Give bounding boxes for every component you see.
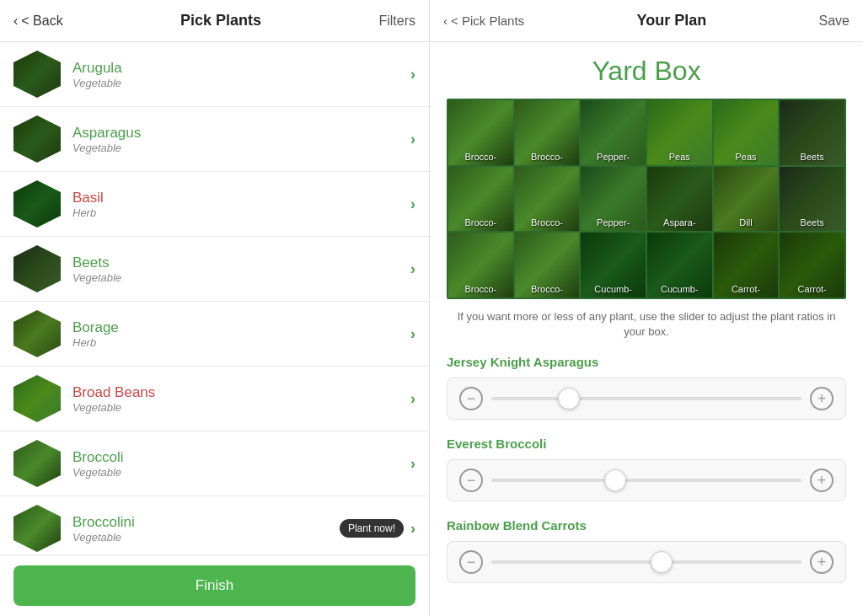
plant-category: Vegetable bbox=[72, 271, 410, 284]
garden-cell-label: Pepper- bbox=[597, 217, 630, 228]
finish-bar: Finish bbox=[0, 554, 429, 616]
back-label: < Back bbox=[21, 13, 62, 29]
right-title: Your Plan bbox=[636, 12, 706, 29]
plant-name: Beets bbox=[72, 254, 410, 271]
left-title: Pick Plants bbox=[180, 12, 261, 29]
plant-category: Herb bbox=[72, 206, 410, 219]
chevron-right-icon: › bbox=[410, 260, 415, 278]
slider-section: Rainbow Blend Carrots − + bbox=[447, 518, 846, 583]
list-item[interactable]: Borage Herb › bbox=[0, 302, 429, 367]
minus-icon[interactable]: − bbox=[459, 469, 483, 492]
plant-info: Asparagus Vegetable bbox=[72, 125, 410, 154]
plant-name: Arugula bbox=[72, 60, 410, 77]
plant-category: Vegetable bbox=[72, 401, 410, 414]
pick-plants-back-button[interactable]: ‹ < Pick Plants bbox=[443, 13, 524, 28]
plant-info: Broccoli Vegetable bbox=[72, 449, 410, 479]
garden-cell-label: Dill bbox=[739, 217, 752, 228]
right-header: ‹ < Pick Plants Your Plan Save bbox=[430, 0, 863, 42]
slider-section: Everest Broccoli − + bbox=[447, 437, 846, 501]
plant-name: Asparagus bbox=[72, 125, 410, 142]
plant-thumb bbox=[13, 375, 61, 422]
garden-cell: Peas bbox=[647, 100, 712, 165]
garden-cell-label: Brocco- bbox=[464, 217, 496, 228]
plant-info: Arugula Vegetable bbox=[72, 60, 410, 89]
garden-cell: Peas bbox=[714, 100, 779, 165]
garden-grid-container: Brocco-Brocco-Pepper-PeasPeasBeetsBrocco… bbox=[447, 99, 846, 299]
garden-cell: Brocco- bbox=[515, 233, 580, 297]
chevron-right-icon: › bbox=[410, 520, 415, 538]
slider-label: Everest Broccoli bbox=[447, 437, 846, 451]
garden-cell: Brocco- bbox=[448, 100, 513, 165]
garden-cell-label: Aspara- bbox=[663, 217, 696, 228]
filters-button[interactable]: Filters bbox=[378, 13, 415, 29]
garden-cell: Cucumb- bbox=[581, 233, 646, 297]
garden-cell: Carrot- bbox=[714, 233, 779, 297]
slider-thumb[interactable] bbox=[558, 388, 580, 410]
plant-thumb bbox=[13, 51, 61, 98]
plant-info: Beets Vegetable bbox=[72, 254, 410, 284]
list-item[interactable]: Basil Herb › bbox=[0, 172, 429, 237]
chevron-right-icon: › bbox=[410, 131, 415, 148]
back-chevron-icon: ‹ bbox=[443, 13, 448, 28]
plant-list: Arugula Vegetable › Asparagus Vegetable … bbox=[0, 42, 429, 554]
plus-icon[interactable]: + bbox=[810, 469, 834, 492]
save-button[interactable]: Save bbox=[819, 13, 850, 29]
chevron-right-icon: › bbox=[410, 66, 415, 83]
list-item[interactable]: Broccolini Vegetable Plant now! › bbox=[0, 496, 429, 554]
plant-info: Basil Herb bbox=[72, 190, 410, 219]
garden-cell-label: Carrot- bbox=[798, 284, 827, 294]
slider-thumb[interactable] bbox=[651, 551, 673, 573]
slider-row: − + bbox=[447, 541, 846, 583]
list-item[interactable]: Beets Vegetable › bbox=[0, 237, 429, 302]
plant-thumb bbox=[13, 245, 61, 292]
minus-icon[interactable]: − bbox=[459, 550, 483, 574]
chevron-right-icon: › bbox=[410, 325, 415, 343]
garden-cell-label: Cucumb- bbox=[594, 284, 632, 294]
plus-icon[interactable]: + bbox=[810, 550, 834, 574]
yard-box-title: Yard Box bbox=[447, 56, 846, 87]
garden-cell-label: Beets bbox=[801, 152, 824, 162]
garden-cell-label: Brocco- bbox=[531, 152, 563, 162]
garden-cell: Carrot- bbox=[780, 233, 844, 297]
back-chevron-icon: ‹ bbox=[13, 13, 18, 29]
list-item[interactable]: Asparagus Vegetable › bbox=[0, 107, 429, 172]
slider-row: − + bbox=[447, 378, 846, 420]
finish-button[interactable]: Finish bbox=[13, 565, 415, 606]
slider-track[interactable] bbox=[491, 397, 801, 400]
garden-cell-label: Peas bbox=[735, 152, 756, 162]
garden-cell-label: Peas bbox=[669, 152, 690, 162]
garden-cell: Beets bbox=[780, 167, 844, 232]
garden-cell: Cucumb- bbox=[647, 233, 712, 297]
chevron-right-icon: › bbox=[410, 196, 415, 213]
garden-cell: Pepper- bbox=[581, 167, 646, 232]
plant-category: Vegetable bbox=[72, 531, 340, 544]
plant-category: Vegetable bbox=[72, 77, 410, 89]
back-button[interactable]: ‹ < Back bbox=[13, 13, 63, 29]
plus-icon[interactable]: + bbox=[810, 387, 834, 410]
plant-name: Broccoli bbox=[72, 449, 410, 466]
garden-cell-label: Brocco- bbox=[464, 152, 496, 162]
sliders-container: Jersey Knight Asparagus − + Everest Broc… bbox=[447, 355, 846, 583]
grid-hint: If you want more or less of any plant, u… bbox=[447, 309, 846, 340]
garden-grid: Brocco-Brocco-Pepper-PeasPeasBeetsBrocco… bbox=[447, 99, 846, 299]
list-item[interactable]: Broccoli Vegetable › bbox=[0, 431, 429, 496]
slider-track[interactable] bbox=[491, 560, 801, 564]
list-item[interactable]: Arugula Vegetable › bbox=[0, 42, 429, 107]
minus-icon[interactable]: − bbox=[459, 387, 483, 410]
plant-name: Basil bbox=[72, 190, 410, 206]
plant-category: Herb bbox=[72, 336, 410, 349]
garden-cell: Dill bbox=[714, 167, 779, 232]
left-header: ‹ < Back Pick Plants Filters bbox=[0, 0, 429, 42]
chevron-right-icon: › bbox=[410, 455, 415, 473]
slider-track[interactable] bbox=[491, 479, 801, 482]
garden-cell-label: Brocco- bbox=[531, 284, 563, 294]
garden-cell-label: Beets bbox=[801, 217, 824, 228]
plant-name: Borage bbox=[72, 319, 410, 336]
slider-thumb[interactable] bbox=[604, 469, 626, 491]
slider-label: Jersey Knight Asparagus bbox=[447, 355, 846, 369]
garden-cell: Brocco- bbox=[515, 100, 580, 165]
list-item[interactable]: Broad Beans Vegetable › bbox=[0, 367, 429, 431]
garden-cell: Brocco- bbox=[448, 233, 513, 297]
slider-row: − + bbox=[447, 459, 846, 501]
plant-info: Broccolini Vegetable bbox=[72, 514, 340, 544]
